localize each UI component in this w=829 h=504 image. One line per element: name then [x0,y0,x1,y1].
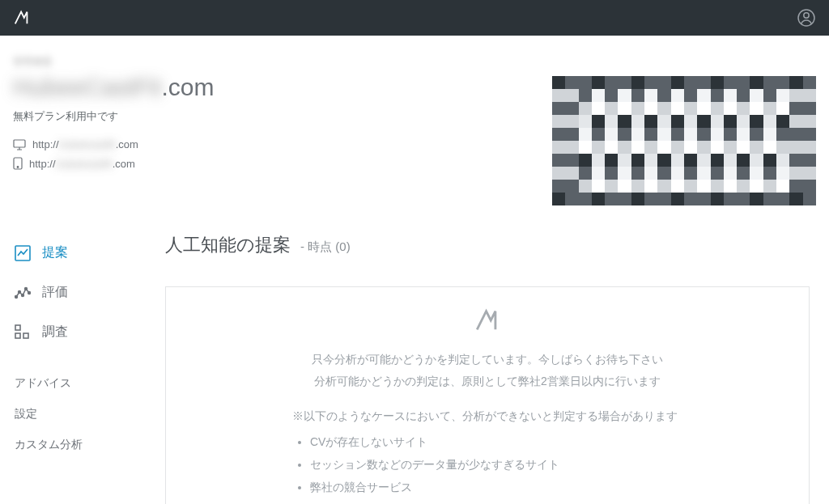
desktop-icon [13,139,26,150]
note-item: 弊社の競合サービス [310,476,789,498]
mobile-url-line[interactable]: http://hubeecastfit.com [13,157,552,170]
site-header: 管理者様 HubeeCastFit.com 無料プラン利用中です http://… [0,36,829,205]
chart-line-icon [15,245,31,261]
note-item: CVが存在しないサイト [310,430,789,453]
app-logo-icon[interactable] [13,9,31,27]
domain-title: HubeeCastFit.com [13,74,552,101]
sidebar-item-label: 調査 [42,324,68,341]
mobile-icon [13,157,23,170]
svg-rect-2 [14,140,25,147]
plan-status: 無料プラン利用中です [13,109,552,124]
mobile-url: http://hubeecastfit.com [29,158,135,170]
trend-icon [15,285,31,301]
analysis-line-1: 只今分析が可能かどうかを判定しています。今しばらくお待ち下さい [185,349,789,371]
page-subtitle: - 時点 (0) [300,239,351,255]
desktop-url: http://hubeecastfit.com [32,138,138,150]
page-title: 人工知能の提案 [165,233,291,257]
analysis-status-text: 只今分析が可能かどうかを判定しています。今しばらくお待ち下さい 分析可能かどうか… [185,349,789,392]
svg-point-4 [17,167,19,168]
sidebar-item-label: 提案 [42,244,68,261]
page-title-row: 人工知能の提案 - 時点 (0) [165,233,810,257]
grid-icon [15,324,31,341]
note-list: CVが存在しないサイト セッション数などのデータ量が少なすぎるサイト 弊社の競合… [292,430,789,498]
note-item: セッション数などのデータ量が少なすぎるサイト [310,453,789,476]
svg-point-10 [28,291,31,294]
svg-rect-12 [15,333,20,338]
sidebar-item-label: 評価 [42,284,68,301]
sidebar-secondary: アドバイス 設定 カスタム分析 [8,368,154,460]
content: 人工知能の提案 - 時点 (0) 只今分析が可能かどうかを判定しています。今しば… [154,233,829,504]
user-avatar-icon[interactable] [797,8,816,28]
sidebar-item-custom-analysis[interactable]: カスタム分析 [8,430,154,460]
sidebar-item-proposal[interactable]: 提案 [8,233,154,273]
svg-point-7 [19,290,21,293]
domain-blur-part: HubeeCastFit [13,74,161,100]
svg-point-6 [15,295,18,298]
note-heading: ※以下のようなケースにおいて、分析ができないと判定する場合があります [292,409,789,424]
svg-point-9 [25,287,28,290]
main-layout: 提案 評価 [0,205,829,504]
svg-rect-11 [15,325,20,330]
box-logo-icon [185,307,789,334]
sidebar: 提案 評価 [0,233,154,504]
analysis-note: ※以下のようなケースにおいて、分析ができないと判定する場合があります CVが存在… [185,409,789,498]
sidebar-item-settings[interactable]: 設定 [8,399,154,430]
analysis-status-box: 只今分析が可能かどうかを判定しています。今しばらくお待ち下さい 分析可能かどうか… [165,286,810,504]
top-bar [0,0,829,36]
account-label: 管理者様 [13,55,552,69]
site-preview-thumbnail [552,76,816,205]
sidebar-item-advice[interactable]: アドバイス [8,368,154,399]
domain-suffix: .com [161,74,214,100]
sidebar-item-evaluation[interactable]: 評価 [8,273,154,312]
site-info: 管理者様 HubeeCastFit.com 無料プラン利用中です http://… [13,55,552,176]
analysis-line-2: 分析可能かどうかの判定は、原則として弊社2営業日以内に行います [185,371,789,392]
svg-point-1 [804,13,809,18]
desktop-url-line[interactable]: http://hubeecastfit.com [13,138,552,150]
sidebar-item-research[interactable]: 調査 [8,312,154,352]
svg-rect-13 [23,333,28,338]
svg-point-8 [22,294,24,296]
